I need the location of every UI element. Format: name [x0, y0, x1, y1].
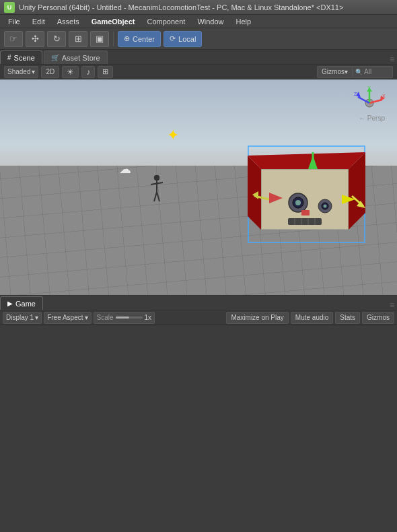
2d-mode-button[interactable]: 2D: [41, 66, 59, 78]
svg-marker-9: [248, 152, 365, 169]
coord-toggle[interactable]: ⟳ Local: [164, 31, 202, 47]
audio-toggle-button[interactable]: ♪: [81, 66, 95, 78]
display-label: Display 1: [6, 314, 34, 321]
unity-icon: U: [4, 2, 15, 13]
maximize-on-play-button[interactable]: Maximize on Play: [226, 312, 288, 324]
gizmos-chevron: ▾: [345, 68, 348, 75]
game-toolbar: Display 1 ▾ Free Aspect ▾ Scale 1x Maxim…: [0, 310, 397, 325]
fx-toggle-button[interactable]: ⊞: [98, 66, 113, 78]
display-chevron: ▾: [35, 314, 38, 321]
mute-audio-button[interactable]: Mute audio: [291, 312, 333, 324]
persp-label: ← Persp: [359, 114, 385, 122]
aspect-select[interactable]: Free Aspect ▾: [44, 312, 91, 324]
gizmos-label: Gizmos: [322, 68, 345, 75]
asset-store-tab-label: Asset Store: [62, 54, 100, 62]
aspect-label: Free Aspect: [47, 314, 83, 321]
shading-mode-select[interactable]: Shaded ▾: [4, 66, 38, 78]
game-tab-bar: ▶ Game ≡: [0, 296, 397, 310]
menu-file[interactable]: File: [3, 16, 26, 27]
sun-object: ✦: [167, 127, 179, 144]
scene-character: [151, 174, 163, 205]
scene-tab-menu[interactable]: ≡: [390, 55, 397, 64]
coord-label: Local: [178, 35, 196, 43]
menu-component[interactable]: Component: [142, 16, 191, 27]
rotate-tool-button[interactable]: ↻: [47, 31, 66, 47]
menu-bar: File Edit Assets GameObject Component Wi…: [0, 15, 397, 28]
scene-search-box[interactable]: 🔍 All: [353, 66, 393, 78]
scene-view[interactable]: ✦ ☁: [0, 79, 397, 295]
pivot-label: Center: [133, 35, 155, 43]
pivot-icon: ⊕: [124, 34, 130, 43]
menu-edit[interactable]: Edit: [27, 16, 50, 27]
title-bar: U Unity Personal (64bit) - Untitled - Me…: [0, 0, 397, 15]
menu-window[interactable]: Window: [192, 16, 229, 27]
shading-mode-label: Shaded: [7, 68, 30, 75]
window-title: Unity Personal (64bit) - Untitled - Meca…: [19, 3, 343, 11]
menu-help[interactable]: Help: [231, 16, 257, 27]
display-select[interactable]: Display 1 ▾: [3, 312, 42, 324]
rect-tool-button[interactable]: ▣: [90, 31, 109, 47]
pivot-toggle[interactable]: ⊕ Center: [118, 31, 161, 47]
move-tool-button[interactable]: ✣: [26, 31, 44, 47]
tab-asset-store[interactable]: 🛒 Asset Store: [44, 51, 108, 64]
svg-point-15: [323, 205, 326, 208]
stats-button[interactable]: Stats: [335, 312, 360, 324]
svg-text:Z: Z: [354, 92, 357, 96]
light-toggle-button[interactable]: ☀: [62, 66, 79, 78]
scene-toolbar: Shaded ▾ 2D ☀ ♪ ⊞ Gizmos ▾ 🔍 All: [0, 65, 397, 79]
scale-label: Scale: [97, 314, 114, 321]
scale-slider[interactable]: [116, 317, 143, 319]
tabs-area: # Scene 🛒 Asset Store ≡: [0, 50, 397, 65]
menu-assets[interactable]: Assets: [52, 16, 85, 27]
menu-gameobject[interactable]: GameObject: [86, 16, 141, 27]
scene-tab-label: Scene: [14, 54, 35, 62]
svg-rect-16: [288, 218, 322, 225]
toolbar: ☞ ✣ ↻ ⊞ ▣ ⊕ Center ⟳ Local: [0, 28, 397, 50]
asset-store-tab-icon: 🛒: [51, 54, 59, 61]
cloud-object: ☁: [119, 162, 131, 176]
game-tab-icon: ▶: [7, 300, 13, 307]
shading-mode-chevron: ▾: [32, 68, 35, 75]
scene-tab-icon: #: [7, 54, 11, 61]
toolbar-sep-1: [113, 32, 114, 46]
scene-box-object: [248, 145, 365, 243]
scale-value: 1x: [145, 314, 152, 321]
coord-icon: ⟳: [170, 34, 176, 43]
tab-scene[interactable]: # Scene: [0, 51, 42, 64]
gizmos-button[interactable]: Gizmos ▾: [317, 66, 353, 78]
tab-game[interactable]: ▶ Game: [0, 296, 43, 310]
aspect-chevron: ▾: [85, 314, 88, 321]
scale-tool-button[interactable]: ⊞: [69, 31, 87, 47]
game-panel: ▶ Game ≡ Display 1 ▾ Free Aspect ▾ Scale…: [0, 295, 397, 325]
svg-text:X: X: [382, 94, 386, 98]
svg-line-4: [157, 192, 159, 201]
gizmos-search-group: Gizmos ▾ 🔍 All: [317, 66, 393, 78]
scale-control: Scale 1x: [94, 312, 155, 324]
svg-point-12: [295, 200, 301, 205]
game-tab-menu[interactable]: ≡: [390, 300, 397, 310]
svg-point-0: [154, 175, 159, 180]
svg-text:Y: Y: [367, 86, 371, 90]
hand-tool-button[interactable]: ☞: [4, 31, 23, 47]
game-tab-label: Game: [15, 300, 36, 308]
scene-search-label: All: [364, 68, 371, 75]
svg-rect-21: [301, 210, 310, 215]
svg-line-3: [154, 192, 157, 201]
game-gizmos-button[interactable]: Gizmos: [362, 312, 394, 324]
